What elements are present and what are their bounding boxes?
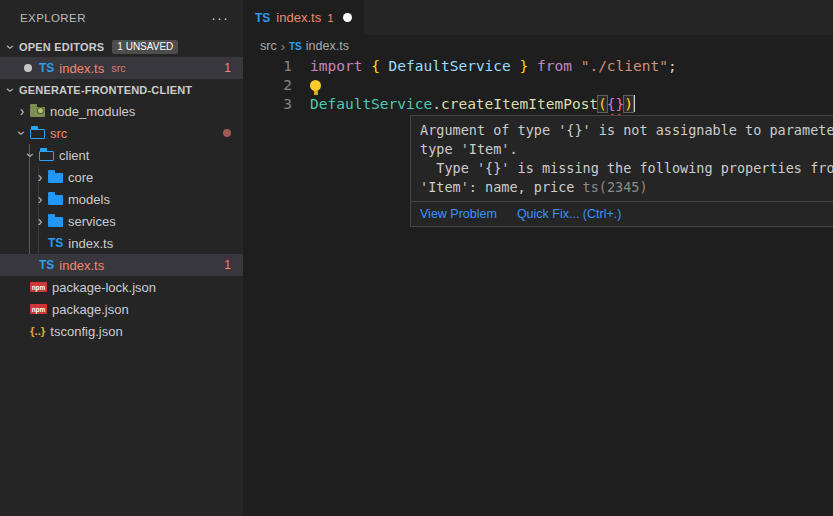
folder-open-icon — [30, 129, 45, 139]
tree-item-label: client — [59, 148, 89, 163]
typescript-icon: TS — [255, 11, 270, 25]
code-token: } — [520, 58, 529, 74]
open-editor-description: src — [111, 62, 126, 74]
code-token — [362, 58, 371, 74]
tree-item-label: index.ts — [59, 258, 104, 273]
problem-count-badge: 1 — [224, 258, 231, 272]
code-token: {} — [607, 96, 624, 112]
typescript-icon: TS — [39, 61, 54, 75]
tree-folder-src[interactable]: ›src — [0, 122, 243, 144]
chevron-down-icon: › — [3, 39, 19, 55]
code-token — [528, 58, 537, 74]
hover-message-line: 'Item': name, price ts(2345) — [420, 178, 833, 197]
tree-item-label: core — [68, 170, 93, 185]
tree-file-package-json[interactable]: npmpackage.json — [0, 298, 243, 320]
hover-token: Argument of type '{}' is not assignable … — [420, 122, 833, 138]
more-actions-icon[interactable]: ··· — [211, 13, 229, 23]
code-token: DefaultService — [310, 96, 432, 112]
tree-folder-models[interactable]: ›models — [0, 188, 243, 210]
code-token: DefaultService — [389, 58, 511, 74]
tree-folder-client[interactable]: ›client — [0, 144, 243, 166]
open-editors-label: OPEN EDITORS — [19, 41, 104, 53]
tree-folder-services[interactable]: ›services — [0, 210, 243, 232]
tree-item-label: package.json — [52, 302, 129, 317]
folder-icon — [48, 173, 63, 183]
tab-label: index.ts — [276, 10, 321, 25]
breadcrumb-folder[interactable]: src — [260, 39, 277, 53]
line-content: import { DefaultService } from "./client… — [292, 57, 677, 76]
hover-token: ts(2345) — [583, 179, 648, 195]
hover-message-line: Argument of type '{}' is not assignable … — [420, 121, 833, 140]
tree-folder-node-modules[interactable]: ›node_modules — [0, 100, 243, 122]
code-editor[interactable]: 1import { DefaultService } from "./clien… — [243, 57, 833, 114]
hover-token: type 'Item'. — [420, 141, 518, 157]
code-token: ( — [598, 96, 607, 112]
open-editors-list: TSindex.tssrc1 — [0, 57, 243, 79]
chevron-right-icon[interactable]: › — [32, 191, 48, 207]
npm-icon: npm — [30, 282, 47, 292]
line-number: 1 — [243, 57, 292, 76]
code-line[interactable]: 1import { DefaultService } from "./clien… — [243, 57, 833, 76]
npm-icon: npm — [30, 304, 47, 314]
problem-count-badge: 1 — [224, 61, 231, 75]
tree-file-package-lock-json[interactable]: npmpackage-lock.json — [0, 276, 243, 298]
code-line[interactable]: 3DefaultService.createItemItemPost({}) — [243, 95, 833, 114]
code-token: from — [537, 58, 572, 74]
text-cursor — [633, 95, 635, 112]
editor-area: TS index.ts 1 src › TS index.ts 1import … — [243, 0, 833, 516]
tab-problem-badge: 1 — [327, 12, 333, 24]
line-content — [292, 76, 321, 95]
lightbulb-icon[interactable] — [310, 80, 321, 91]
tree-file-index-ts[interactable]: TSindex.ts1 — [0, 254, 243, 276]
code-token: ; — [668, 58, 677, 74]
hover-actions-bar: View ProblemQuick Fix... (Ctrl+.) — [411, 201, 833, 226]
code-line[interactable]: 2 — [243, 76, 833, 95]
modified-dot — [24, 64, 32, 72]
hover-token: Type '{}' is missing the following prope… — [420, 160, 833, 176]
code-token: . — [432, 96, 441, 112]
sidebar-header: EXPLORER ··· — [0, 0, 243, 36]
chevron-right-icon[interactable]: › — [32, 213, 48, 229]
folder-icon — [48, 195, 63, 205]
tree-item-label: node_modules — [50, 104, 135, 119]
folder-icon — [48, 217, 63, 227]
tab-index-ts[interactable]: TS index.ts 1 — [243, 0, 364, 35]
vscode-window: EXPLORER ··· › OPEN EDITORS 1 UNSAVED TS… — [0, 0, 833, 516]
modified-folder-dot — [223, 129, 231, 137]
tree-file-tsconfig-json[interactable]: {..}tsconfig.json — [0, 320, 243, 342]
typescript-icon: TS — [39, 258, 54, 272]
chevron-right-icon[interactable]: › — [14, 103, 30, 119]
code-token: createItemItemPost — [441, 96, 598, 112]
tree-file-index-ts[interactable]: TSindex.ts — [0, 232, 243, 254]
tree-item-label: models — [68, 192, 110, 207]
tree-item-label: package-lock.json — [52, 280, 156, 295]
code-token: import — [310, 58, 362, 74]
code-token: { — [371, 58, 380, 74]
tab-strip: TS index.ts 1 — [243, 0, 833, 35]
chevron-down-icon[interactable]: › — [14, 125, 30, 141]
node-modules-folder-icon — [30, 107, 45, 117]
typescript-icon: TS — [48, 236, 63, 250]
folder-open-icon — [39, 151, 54, 161]
workspace-header[interactable]: › GENERATE-FRONTEND-CLIENT — [0, 79, 243, 100]
line-number: 3 — [243, 95, 292, 114]
open-editor-filename: index.ts — [59, 61, 104, 76]
explorer-title: EXPLORER — [20, 12, 86, 24]
typescript-icon: TS — [289, 41, 302, 52]
chevron-right-icon[interactable]: › — [32, 169, 48, 185]
modified-dot[interactable] — [343, 13, 352, 22]
chevron-down-icon[interactable]: › — [23, 147, 39, 163]
hover-message: Argument of type '{}' is not assignable … — [411, 116, 833, 201]
workspace-label: GENERATE-FRONTEND-CLIENT — [19, 84, 192, 96]
json-config-icon: {..} — [30, 325, 45, 337]
hover-action-view-problem[interactable]: View Problem — [420, 207, 497, 221]
open-editor-item[interactable]: TSindex.tssrc1 — [0, 57, 243, 79]
breadcrumb-file[interactable]: index.ts — [306, 39, 349, 53]
open-editors-header[interactable]: › OPEN EDITORS 1 UNSAVED — [0, 36, 243, 57]
code-token — [572, 58, 581, 74]
breadcrumb: src › TS index.ts — [243, 35, 833, 57]
tree-folder-core[interactable]: ›core — [0, 166, 243, 188]
chevron-right-icon: › — [281, 39, 285, 54]
hover-action-quick-fix-ctrl[interactable]: Quick Fix... (Ctrl+.) — [517, 207, 622, 221]
error-hover-tooltip: Argument of type '{}' is not assignable … — [410, 115, 833, 227]
